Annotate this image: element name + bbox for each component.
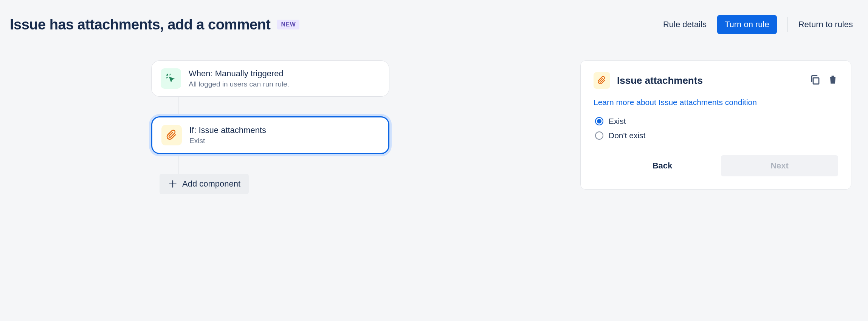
learn-more-link[interactable]: Learn more about Issue attachments condi… — [594, 98, 757, 107]
cursor-click-icon — [161, 68, 181, 89]
config-panel: Issue attachments — [580, 60, 851, 190]
option-dont-exist[interactable]: Don't exist — [595, 131, 838, 140]
rule-title: Issue has attachments, add a comment — [10, 17, 270, 33]
next-button: Next — [721, 155, 838, 176]
panel-buttons: Back Next — [594, 155, 838, 176]
flow-connector — [178, 97, 178, 116]
rule-details-link[interactable]: Rule details — [663, 20, 707, 29]
header-actions: Rule details Turn on rule Return to rule… — [663, 15, 853, 34]
condition-title: If: Issue attachments — [189, 125, 266, 135]
flow-column: When: Manually triggered All logged in u… — [10, 60, 565, 194]
condition-text: If: Issue attachments Exist — [189, 125, 266, 145]
turn-on-rule-button[interactable]: Turn on rule — [717, 15, 777, 34]
svg-rect-0 — [813, 78, 819, 84]
panel-title: Issue attachments — [617, 75, 703, 86]
page-header: Issue has attachments, add a comment NEW… — [10, 15, 853, 34]
plus-icon — [168, 179, 178, 189]
trigger-text: When: Manually triggered All logged in u… — [189, 69, 289, 88]
trigger-subtitle: All logged in users can run rule. — [189, 80, 289, 88]
attachment-icon — [161, 125, 182, 145]
header-divider — [787, 17, 788, 32]
condition-subtitle: Exist — [189, 137, 266, 145]
flow-connector — [178, 154, 178, 174]
radio-icon — [595, 117, 603, 125]
trigger-card[interactable]: When: Manually triggered All logged in u… — [151, 60, 389, 97]
attachment-icon — [594, 72, 610, 89]
add-component-label: Add component — [182, 179, 240, 189]
attachment-options: Exist Don't exist — [595, 117, 838, 140]
back-button[interactable]: Back — [604, 155, 721, 176]
option-exist-label: Exist — [609, 117, 626, 126]
condition-card[interactable]: If: Issue attachments Exist — [151, 116, 389, 154]
return-to-rules-link[interactable]: Return to rules — [798, 20, 853, 29]
trash-icon[interactable] — [828, 74, 838, 86]
option-exist[interactable]: Exist — [595, 117, 838, 126]
option-dont-exist-label: Don't exist — [609, 131, 645, 140]
add-component-button[interactable]: Add component — [160, 174, 249, 194]
title-wrap: Issue has attachments, add a comment NEW — [10, 17, 299, 33]
new-badge: NEW — [277, 20, 299, 29]
panel-header: Issue attachments — [594, 72, 838, 89]
trigger-title: When: Manually triggered — [189, 69, 289, 79]
radio-icon — [595, 131, 603, 140]
duplicate-icon[interactable] — [809, 74, 821, 87]
